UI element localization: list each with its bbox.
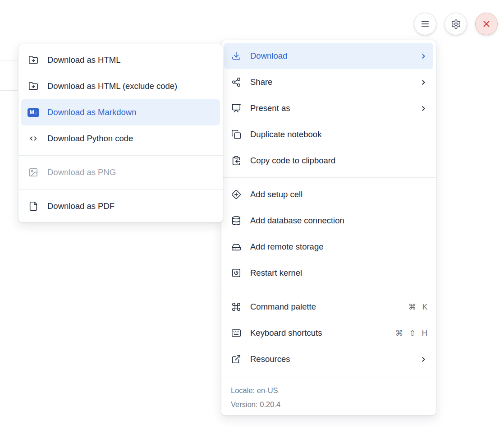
menu-item-add-database-connection[interactable]: Add database connection [224, 208, 433, 234]
copy-icon [230, 130, 242, 139]
code-icon [27, 134, 39, 143]
menu-item-label: Download as PNG [47, 167, 214, 177]
diamond-plus-icon [230, 190, 242, 199]
keyboard-icon [230, 328, 242, 338]
menu-item-download[interactable]: Download [224, 43, 433, 69]
hamburger-menu-icon [420, 18, 431, 29]
menu-item-resources[interactable]: Resources [224, 346, 433, 372]
menu-item-label: Add database connection [250, 216, 427, 226]
menu-item-add-remote-storage[interactable]: Add remote storage [224, 234, 433, 260]
menu-item-download-python-code[interactable]: Download Python code [21, 125, 220, 152]
database-icon [230, 216, 242, 226]
settings-button[interactable] [444, 13, 467, 35]
external-link-icon [230, 354, 242, 364]
menu-item-label: Command palette [250, 302, 400, 312]
menu-item-label: Download as HTML [47, 55, 214, 65]
menu-separator [18, 189, 223, 190]
menu-item-label: Download as Markdown [47, 107, 214, 117]
menu-item-restart-kernel[interactable]: Restart kernel [224, 260, 433, 286]
menu-item-label: Keyboard shortcuts [250, 328, 387, 338]
chevron-right-icon [420, 105, 427, 112]
command-icon [230, 302, 242, 312]
folder-down-icon [27, 55, 39, 65]
chevron-right-icon [420, 52, 427, 60]
markdown-download-icon: M↓ [27, 108, 39, 117]
clipboard-copy-icon [230, 156, 242, 166]
notebook-menu-button[interactable] [414, 13, 436, 35]
version-text: Version: 0.20.4 [231, 398, 426, 412]
locale-text: Locale: en-US [231, 384, 426, 398]
download-icon [230, 51, 242, 61]
menu-separator [221, 376, 436, 376]
menu-separator [221, 177, 436, 178]
hard-drive-icon [230, 242, 242, 252]
menu-item-download-as-html-exclude-code[interactable]: Download as HTML (exclude code) [21, 73, 220, 99]
notebook-actions-menu: Download Share Present as Duplicate note… [221, 40, 436, 416]
menu-item-download-as-markdown[interactable]: M↓ Download as Markdown [21, 99, 220, 125]
image-icon [27, 167, 39, 177]
presentation-icon [230, 103, 242, 113]
menu-item-label: Copy code to clipboard [250, 156, 427, 166]
menu-separator [18, 155, 223, 156]
file-icon [27, 201, 39, 211]
menu-item-download-as-html[interactable]: Download as HTML [21, 47, 220, 73]
menu-item-label: Download Python code [47, 134, 214, 143]
gear-icon [451, 19, 461, 29]
chevron-right-icon [420, 79, 427, 86]
shortcut-hint: ⌘ K [408, 302, 427, 312]
menu-item-download-as-png[interactable]: Download as PNG [21, 159, 220, 185]
menu-footer: Locale: en-US Version: 0.20.4 [221, 380, 436, 412]
close-x-icon [481, 18, 492, 29]
menu-item-keyboard-shortcuts[interactable]: Keyboard shortcuts ⌘ ⇧ H [224, 320, 433, 346]
menu-item-label: Download as HTML (exclude code) [47, 81, 214, 91]
menu-item-label: Add setup cell [250, 190, 427, 199]
menu-item-copy-code-to-clipboard[interactable]: Copy code to clipboard [224, 148, 433, 174]
shutdown-button[interactable] [475, 13, 498, 35]
square-power-icon [230, 268, 242, 278]
menu-item-command-palette[interactable]: Command palette ⌘ K [224, 294, 433, 320]
menu-item-label: Share [250, 77, 412, 87]
page-rule-bottom [0, 90, 18, 91]
menu-item-label: Resources [250, 354, 412, 364]
menu-item-label: Download as PDF [47, 201, 214, 211]
page-rule-top [0, 60, 18, 60]
menu-item-duplicate-notebook[interactable]: Duplicate notebook [224, 121, 433, 148]
menu-separator [221, 290, 436, 290]
menu-item-share[interactable]: Share [224, 69, 433, 95]
menu-item-label: Duplicate notebook [250, 130, 427, 139]
menu-item-label: Download [250, 51, 412, 61]
menu-item-label: Add remote storage [250, 242, 427, 252]
shortcut-hint: ⌘ ⇧ H [395, 328, 427, 338]
menu-item-label: Present as [250, 103, 412, 113]
chevron-right-icon [420, 356, 427, 363]
menu-item-download-as-pdf[interactable]: Download as PDF [21, 193, 220, 219]
download-submenu: Download as HTML Download as HTML (exclu… [18, 44, 223, 222]
menu-item-label: Restart kernel [250, 268, 427, 278]
menu-item-add-setup-cell[interactable]: Add setup cell [224, 181, 433, 208]
menu-item-present-as[interactable]: Present as [224, 95, 433, 121]
folder-down-icon [27, 81, 39, 91]
share-icon [230, 77, 242, 87]
